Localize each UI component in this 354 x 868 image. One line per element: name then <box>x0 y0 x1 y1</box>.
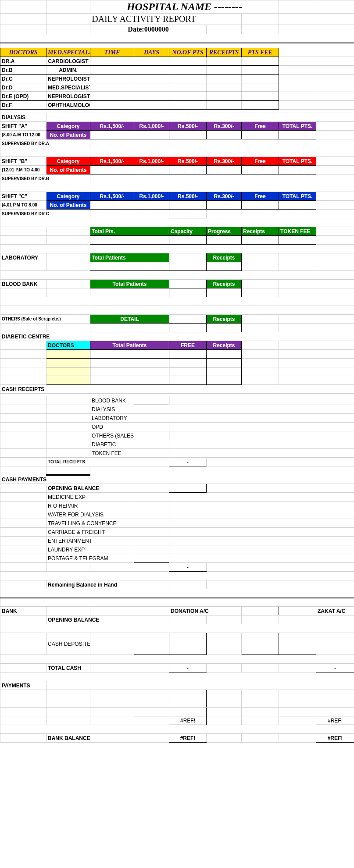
payment-item: MEDICINE EXP <box>46 493 134 502</box>
bank-heading: BANK <box>0 607 46 615</box>
diabetic-heading: DIABETIC CENTRE <box>0 332 134 341</box>
payment-item: POSTAGE & TELEGRAM <box>46 554 134 563</box>
report-title: DAILY ACTIVITY REPORT <box>46 14 242 25</box>
bloodbank-heading: BLOOD BANK <box>0 280 46 288</box>
shift-c-sup: SUPERVISED BY DR C <box>0 210 90 218</box>
shift-c-time: (4.01 P.M TO 8.00 <box>0 201 46 210</box>
shift-b-name: SHIFT "B" <box>0 157 46 166</box>
col-no-of-pts: NO.OF PTS <box>169 48 207 57</box>
cash-deposit-label: CASH DEPOSITE <box>46 633 90 655</box>
total-receipts-label: TOTAL RECEIPTS <box>46 458 134 466</box>
shift-a-time: (8.00 A.M TO 12.00 <box>0 131 46 139</box>
zakat-ac-heading: ZAKAT A/C <box>316 607 354 615</box>
bank-balance-label: BANK BALANCE <box>46 734 134 743</box>
cash-receipts-heading: CASH RECEIPTS <box>0 385 134 394</box>
cash-receipt-item: LABORATORY <box>90 414 134 423</box>
doctor-row: Dr.DMED.SPECIALIST <box>0 83 354 92</box>
total-cash-label: TOTAL CASH <box>46 664 90 672</box>
doctors-header-row: DOCTORS MED.SPECIALIST TIME DAYS NO.OF P… <box>0 48 354 57</box>
col-time: TIME <box>90 48 134 57</box>
cash-receipt-item: OPD <box>90 423 134 431</box>
ref-error: #REF! <box>316 734 354 743</box>
donation-ac-heading: DONATION A/C <box>169 607 242 615</box>
remaining-balance-label: Remaining Balance in Hand <box>46 580 169 589</box>
payment-item: WATER FOR DIALYSIS <box>46 510 134 519</box>
col-receipts: RECEIPTS <box>207 48 242 57</box>
col-med-specialist: MED.SPECIALIST <box>46 48 90 57</box>
cash-receipt-item: TOKEN FEE <box>90 449 134 458</box>
diabetic-doctor-cell[interactable] <box>46 350 90 359</box>
cash-payments-heading: CASH PAYMENTS <box>0 475 134 484</box>
doctor-row: Dr.E (OPD)NEPHROLOGIST <box>0 92 354 101</box>
payment-item: LAUNDRY EXP <box>46 545 134 554</box>
cash-receipt-item: BLOOD BANK <box>90 396 134 405</box>
cash-receipt-item: DIABETIC <box>90 440 134 449</box>
shift-a-name: SHIFT "A" <box>0 122 46 131</box>
payment-item: CARRIAGE & FREIGHT <box>46 528 134 537</box>
doctor-row: Dr.FOPHTHALMOLOGIST <box>0 101 354 110</box>
cash-receipt-item: OTHERS (SALES) <box>90 431 134 440</box>
ref-error: #REF! <box>316 716 354 725</box>
dialysis-heading: DIALYSIS <box>0 113 46 122</box>
summary-token-fee: TOKEN FEE <box>279 227 316 236</box>
payments-heading: PAYMENTS <box>0 681 46 690</box>
shift-a-sup: SUPERVISED BY DR.A <box>0 139 90 148</box>
payment-item: TRAVELLING & CONYENCE <box>46 519 134 528</box>
shift-b-time: (12.01 P.M TO 4.00 <box>0 166 46 174</box>
ref-error: #REF! <box>169 734 207 743</box>
shift-b-sup: SUPERVISED BY DR.B <box>0 174 90 183</box>
diabetic-doctor-cell[interactable] <box>46 376 90 385</box>
hospital-name: HOSPITAL NAME -------- <box>90 0 279 14</box>
summary-receipts: Receipts <box>242 227 279 236</box>
summary-capacity: Capacity <box>169 227 207 236</box>
diabetic-doctors-col: DOCTORS <box>46 341 90 350</box>
cash-receipt-item: DIALYSIS <box>90 405 134 414</box>
payment-item: ENTERTAINMENT <box>46 537 134 545</box>
sheet: HOSPITAL NAME -------- DAILY ACTIVITY RE… <box>0 0 354 743</box>
col-pts-fee: PTS FEE <box>242 48 279 57</box>
summary-progress: Progress <box>207 227 242 236</box>
diabetic-doctor-cell[interactable] <box>46 359 90 367</box>
laboratory-heading: LABORATORY <box>0 253 46 262</box>
bank-opening-balance: OPENING BALANCE <box>46 615 134 624</box>
doctor-row: DR.ACARDIOLOGIST <box>0 57 354 66</box>
report-date: Date:0000000 <box>90 25 207 34</box>
payment-item: R O REPAIR <box>46 502 134 510</box>
opening-balance-label: OPENING BALANCE <box>46 484 134 493</box>
diabetic-doctor-cell[interactable] <box>46 367 90 376</box>
col-days: DAYS <box>134 48 169 57</box>
others-heading: OTHERS (Sale of Scrap etc.) <box>0 315 90 324</box>
ref-error: #REF! <box>169 716 207 725</box>
doctor-row: Dr.CNEPHROLOGIST <box>0 75 354 83</box>
col-doctors: DOCTORS <box>0 48 46 57</box>
shift-c-name: SHIFT "C" <box>0 192 46 201</box>
doctor-row: Dr.BADMIN. <box>0 66 354 75</box>
summary-total-pts: Total Pts. <box>90 227 169 236</box>
